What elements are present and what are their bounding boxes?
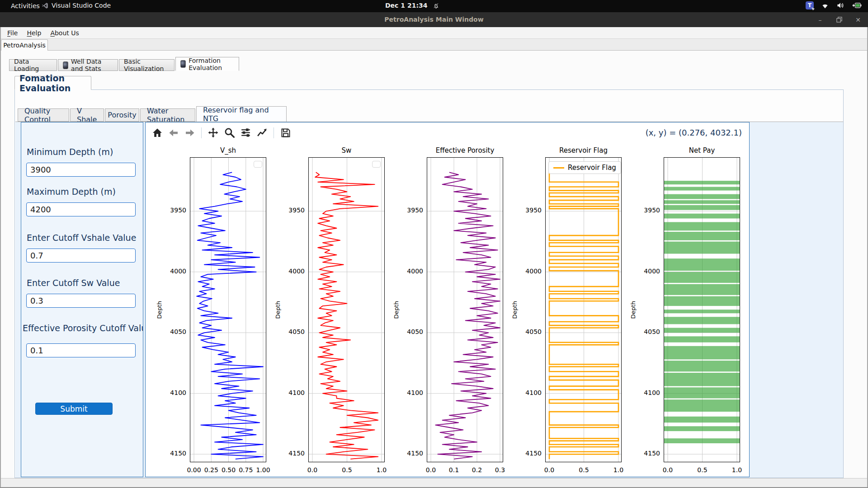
- menu-bar: FileHelpAbout Us: [0, 27, 868, 39]
- x-tick-label: 1.00: [256, 466, 270, 474]
- net-pay-band: [664, 272, 740, 283]
- net-pay-band: [664, 232, 740, 240]
- y-tick-label: 4100: [165, 389, 186, 396]
- net-pay-band: [664, 373, 740, 386]
- net-pay-band: [664, 194, 740, 199]
- focused-app-indicator[interactable]: Visual Studio Code: [42, 2, 111, 9]
- net-pay-band: [664, 426, 740, 431]
- net-pay-band: [664, 399, 740, 412]
- net-pay-band: [664, 242, 740, 254]
- plot-axes-v_sh[interactable]: [190, 157, 266, 462]
- customize-plot-icon[interactable]: [256, 127, 268, 139]
- section-title: Fomation Evaluation: [14, 76, 91, 90]
- legend-label: Reservoir Flag: [568, 164, 616, 172]
- y-tick-label: 4100: [401, 389, 423, 396]
- form-label-3: Enter Cutoff Sw Value: [27, 278, 120, 288]
- y-tick-label: 4100: [283, 389, 305, 396]
- subplots-icon[interactable]: [240, 127, 252, 139]
- plot-title: Reservoir Flag: [545, 146, 622, 155]
- menu-item-file[interactable]: File: [4, 28, 21, 38]
- legend-line-sample: [553, 167, 564, 169]
- clock-menu[interactable]: Dec 1 21:34: [385, 2, 439, 9]
- pan-icon[interactable]: [207, 127, 219, 139]
- net-pay-band: [664, 222, 740, 231]
- sub-tab-water-saturation[interactable]: Water Saturation: [140, 108, 195, 122]
- plot-axes-sw[interactable]: [308, 157, 385, 462]
- activities-button[interactable]: Activities: [8, 2, 42, 10]
- y-tick-label: 4050: [165, 328, 186, 335]
- forward-icon[interactable]: [184, 127, 196, 139]
- y-tick-label: 4000: [283, 267, 305, 275]
- main-tab-data-loading[interactable]: Data Loading: [9, 59, 57, 71]
- menu-item-about-us[interactable]: About Us: [47, 28, 82, 38]
- status-bar: [0, 478, 868, 487]
- restore-button[interactable]: [833, 14, 845, 26]
- legend: Reservoir Flag: [548, 161, 621, 174]
- main-tab-formation-evaluation[interactable]: Formation Evaluation: [175, 57, 239, 71]
- net-pay-band: [664, 205, 740, 210]
- form-input-2[interactable]: [26, 249, 136, 263]
- cursor-coordinates: (x, y) = (0.276, 4032.1): [646, 128, 742, 137]
- x-tick-label: 1.0: [377, 466, 387, 474]
- x-tick-label: 1.0: [613, 466, 623, 474]
- net-pay-band: [664, 417, 740, 422]
- form-input-3[interactable]: [26, 294, 136, 308]
- minimize-button[interactable]: –: [814, 14, 826, 26]
- wifi-icon: [821, 2, 829, 9]
- home-icon[interactable]: [151, 127, 163, 139]
- y-tick-label: 4050: [401, 328, 423, 335]
- form-input-4[interactable]: [26, 343, 136, 357]
- y-tick-label: 3950: [283, 206, 305, 214]
- depth-axis-label: Depth: [630, 300, 637, 319]
- system-status-icons[interactable]: T: [806, 1, 862, 9]
- menu-item-help[interactable]: Help: [23, 28, 45, 38]
- plot-axes-effective-porosity[interactable]: [427, 157, 503, 462]
- y-tick-label: 4000: [520, 267, 542, 275]
- net-pay-band: [664, 181, 740, 184]
- sub-tab-porosity[interactable]: Porosity: [105, 108, 139, 122]
- series-line: [315, 172, 378, 459]
- back-icon[interactable]: [167, 127, 179, 139]
- form-label-2: Enter Cutoff Vshale Value: [27, 233, 136, 243]
- y-tick-label: 4050: [520, 328, 542, 335]
- vscode-icon: [42, 2, 48, 9]
- plot-axes-net-pay[interactable]: [664, 157, 740, 462]
- screen: Activities Visual Studio Code Dec 1 21:3…: [0, 0, 868, 488]
- volume-icon: [836, 2, 844, 9]
- form-input-0[interactable]: [26, 163, 136, 177]
- plot-title: Sw: [308, 146, 385, 155]
- net-pay-band: [664, 187, 740, 191]
- x-tick-label: 0.2: [472, 466, 482, 474]
- submit-button[interactable]: Submit: [35, 403, 113, 415]
- close-button[interactable]: ✕: [852, 14, 864, 26]
- x-tick-label: 0.50: [222, 466, 236, 474]
- window-left-edge: [0, 27, 1, 487]
- main-tab-well-data-and-stats[interactable]: Well Data and Stats: [58, 59, 118, 71]
- tab-petroanalysis[interactable]: PetroAnalysis: [1, 39, 48, 51]
- y-tick-label: 4150: [165, 450, 186, 457]
- plot-axes-reservoir-flag[interactable]: [545, 157, 622, 462]
- save-icon[interactable]: [279, 127, 292, 139]
- empty-legend-box: [372, 161, 381, 168]
- main-tab-label: Well Data and Stats: [71, 58, 113, 72]
- figure-container[interactable]: (x, y) = (0.276, 4032.1) V_shDepth395040…: [145, 122, 750, 477]
- zoom-icon[interactable]: [223, 127, 236, 139]
- x-tick-label: 0.0: [544, 466, 554, 474]
- window-title: PetroAnalysis Main Window: [0, 16, 868, 23]
- series-line: [197, 172, 263, 459]
- x-tick-label: 0.00: [187, 466, 201, 474]
- form-label-0: Minimum Depth (m): [27, 147, 113, 157]
- y-tick-label: 3950: [520, 206, 542, 214]
- net-pay-band: [664, 336, 740, 342]
- x-tick-label: 0.5: [342, 466, 352, 474]
- sub-tab-quality-control[interactable]: Quality Control: [18, 108, 69, 122]
- system-top-bar: Activities Visual Studio Code Dec 1 21:3…: [0, 0, 868, 12]
- form-label-4: Effective Porosity Cutoff Value: [23, 323, 143, 333]
- sub-tab-reservoir-flag-and-ntg[interactable]: Reservoir flag and NTG: [196, 106, 287, 122]
- depth-axis-label: Depth: [511, 300, 518, 319]
- sub-tab-v-shale[interactable]: V Shale: [70, 108, 104, 122]
- form-input-1[interactable]: [26, 202, 136, 216]
- x-tick-label: 0.0: [426, 466, 436, 474]
- bell-slash-icon: [433, 2, 439, 9]
- main-tab-basic-visualization[interactable]: Basic Visualization: [119, 59, 175, 71]
